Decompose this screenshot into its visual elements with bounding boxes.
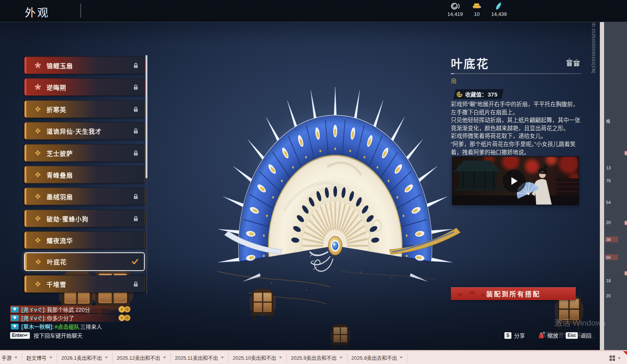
- gold-ingot-icon: [472, 2, 482, 10]
- clover-icon: [35, 106, 41, 112]
- description-paragraph: 彩戏师微笑着将荷花取下，递给女儿。: [451, 132, 584, 140]
- page-title: 外观: [25, 4, 50, 20]
- clover-icon: [35, 193, 41, 200]
- sidebar-item[interactable]: 墨绒羽扇: [24, 188, 145, 205]
- lock-icon: [132, 215, 139, 222]
- sidebar-item[interactable]: 青峰叠扇: [24, 166, 145, 183]
- enter-chat-hint: Enter↵ 按下回车键开始聊天: [10, 331, 83, 339]
- lock-icon: [132, 281, 139, 288]
- tab[interactable]: 2026.1卖出和不出: [57, 353, 113, 362]
- fan-glow: [217, 79, 458, 281]
- fan-preview: [209, 81, 465, 291]
- sidebar-item[interactable]: 道诡异仙·天生我才: [24, 122, 145, 140]
- sidebar-item-label: 折寒英: [47, 105, 66, 114]
- clover-icon: [35, 259, 42, 265]
- flower-icon: [35, 84, 41, 90]
- tab[interactable]: 2025.10卖出和不出: [229, 353, 287, 362]
- chat-sender: [尧ゞvぐ]:: [21, 305, 46, 313]
- currency-coin-value: 14,419: [443, 11, 467, 17]
- session-id-vertical: ID:20254000090163[CN]: [591, 22, 596, 74]
- equip-all-button[interactable]: 装配到所有搭配: [451, 287, 576, 300]
- sidebar-item[interactable]: 千堆雪: [24, 275, 145, 293]
- currency-jade[interactable]: 14,439: [487, 2, 511, 17]
- currency-gold[interactable]: 10: [468, 2, 486, 17]
- sidebar-item-label: 叶底花: [47, 257, 67, 266]
- sliver-cell: 20: [606, 220, 611, 225]
- share-key-badge: S: [504, 332, 511, 339]
- chat-team-link[interactable]: #点击组队: [55, 323, 80, 330]
- sidebar-item-label: 逆晦朔: [47, 83, 66, 92]
- tab[interactable]: 赵文博号: [22, 353, 57, 362]
- chat-message: [草木一秋啊]: #点击组队 三排来人: [10, 323, 126, 330]
- sidebar-item[interactable]: 逆晦朔: [24, 78, 145, 96]
- flower-icon: [35, 62, 41, 69]
- top-bar: 外观 14,419 10: [0, 0, 627, 22]
- item-description: 彩戏师“唰”地展开右手中的折扇，平平托在胸腹前，左手撒下白纸片在扇面上。 只见他…: [451, 100, 584, 156]
- sidebar-item-label: 耀夜流华: [47, 236, 73, 245]
- sliver-cell: 76: [606, 178, 611, 183]
- gift-icon[interactable]: [566, 57, 580, 67]
- currency-gold-value: 10: [468, 11, 486, 17]
- tab[interactable]: 2025.12卖出和不出: [113, 353, 171, 362]
- tab-list-button[interactable]: [610, 351, 621, 364]
- currency-coin[interactable]: 14,419: [443, 2, 467, 17]
- currency-jade-value: 14,439: [487, 11, 511, 17]
- tab[interactable]: 2025.11卖出和不出: [171, 353, 229, 362]
- sidebar-item-label: 芝士披萨: [47, 148, 73, 158]
- sidebar-item[interactable]: 芝士披萨: [24, 144, 145, 162]
- grid-icon: [610, 355, 615, 361]
- play-button[interactable]: [502, 169, 526, 193]
- item-title: 叶底花: [451, 54, 489, 71]
- collect-value-badge: 收藏值： 375: [453, 89, 504, 99]
- tab[interactable]: 手游: [0, 353, 22, 362]
- clover-icon: [35, 215, 41, 222]
- preview-video-thumbnail[interactable]: [452, 157, 579, 205]
- collect-swirl-icon: [456, 91, 463, 98]
- chevron-down-icon: [339, 357, 343, 359]
- chat-sender: [草木一秋啊]:: [21, 323, 54, 330]
- sidebar-item-label: 青峰叠扇: [47, 170, 73, 179]
- sidebar-item-label: 千堆雪: [47, 279, 66, 289]
- screen: 外观 14,419 10: [0, 0, 627, 364]
- sliver-cell: 38: [606, 237, 611, 242]
- lock-icon: [132, 150, 139, 157]
- item-category: 扇: [451, 76, 457, 85]
- sliver-cell: 13: [606, 166, 611, 170]
- game-viewport: 外观 14,419 10: [0, 0, 627, 350]
- title-underline: [451, 73, 582, 74]
- title-divider: [80, 3, 81, 18]
- background-scrollbar[interactable]: [600, 22, 604, 350]
- clover-icon: [35, 150, 41, 156]
- chevron-down-icon: [221, 357, 224, 359]
- sliver-cell: 54: [606, 200, 611, 205]
- lock-icon: [132, 84, 139, 91]
- coin-swirl-icon: [450, 2, 460, 10]
- tab[interactable]: 2025.8卖出去和不出: [347, 353, 408, 362]
- sidebar-item[interactable]: 锦鲤玉扇: [24, 57, 145, 74]
- sidebar-item[interactable]: 耀夜流华: [24, 231, 145, 249]
- background-window-sliver: 格 13 76 54 20 38 66 18 20: [600, 22, 627, 350]
- chevron-down-icon: [163, 357, 166, 359]
- sidebar-item-selected[interactable]: 叶底花: [24, 252, 145, 271]
- clover-icon: [35, 171, 41, 178]
- chevron-down-icon: [14, 357, 17, 359]
- jade-feather-icon: [494, 2, 504, 10]
- chevron-down-icon: [279, 357, 282, 359]
- sidebar-item[interactable]: 破劫·蜜蜂小狗: [24, 210, 145, 227]
- chat-text: 我那个咏武 220分: [47, 305, 90, 313]
- chevron-down-icon: [49, 357, 52, 359]
- chevron-down-icon: [400, 357, 403, 359]
- lock-icon: [132, 62, 139, 69]
- chat-text: 三排来人: [80, 323, 102, 330]
- collect-value-label: 收藏值：: [465, 90, 487, 98]
- sidebar-item-label: 道诡异仙·天生我才: [47, 126, 102, 136]
- chat-channel-icon: [11, 307, 19, 312]
- play-icon: [510, 177, 518, 185]
- sidebar-item[interactable]: 折寒英: [24, 100, 145, 118]
- share-hint[interactable]: S 分享: [504, 331, 525, 339]
- chat-channel-icon: [11, 315, 19, 321]
- clover-icon: [35, 281, 41, 287]
- sidebar-scrollbar-thumb[interactable]: [145, 55, 147, 178]
- coins-icon: [118, 314, 132, 322]
- tab[interactable]: 2025.9卖出去和不出: [287, 353, 347, 362]
